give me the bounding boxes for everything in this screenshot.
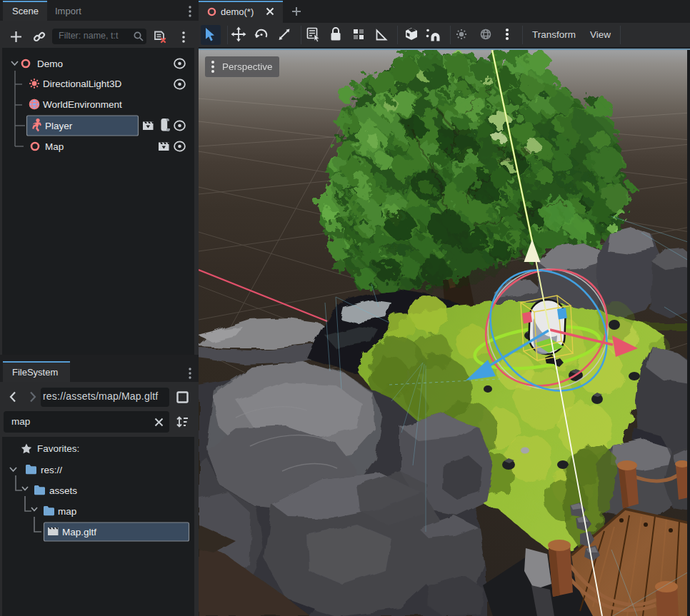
svg-text:View: View xyxy=(590,29,611,40)
svg-text:Map: Map xyxy=(45,141,64,152)
svg-text:assets: assets xyxy=(49,485,77,496)
svg-text:DirectionalLight3D: DirectionalLight3D xyxy=(43,79,122,89)
svg-text:Favorites:: Favorites: xyxy=(37,443,79,454)
svg-text:res://: res:// xyxy=(41,465,62,475)
svg-text:WorldEnvironment: WorldEnvironment xyxy=(43,99,122,110)
svg-text:Player: Player xyxy=(45,121,73,131)
svg-text:Demo: Demo xyxy=(37,59,63,69)
svg-text:Transform: Transform xyxy=(532,29,576,40)
svg-text:map: map xyxy=(58,506,76,517)
svg-text:Perspective: Perspective xyxy=(222,61,273,72)
svg-text:Map.gltf: Map.gltf xyxy=(62,527,96,537)
